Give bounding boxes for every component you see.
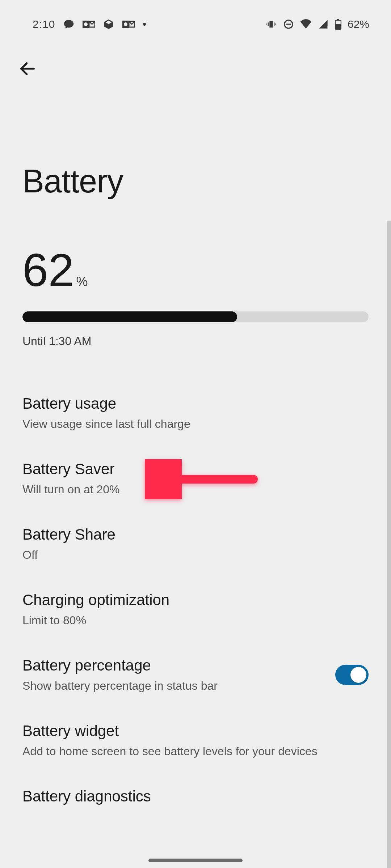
- item-subtitle: View usage since last full charge: [22, 417, 190, 431]
- chat-bubble-icon: [63, 18, 75, 30]
- svg-text:!: !: [327, 25, 328, 29]
- back-button[interactable]: [18, 59, 37, 78]
- item-title: Battery diagnostics: [22, 788, 151, 805]
- status-right: ! 62%: [265, 18, 369, 30]
- item-title: Battery Share: [22, 526, 115, 543]
- battery-percentage-toggle[interactable]: [335, 665, 369, 685]
- percent-sign: %: [76, 274, 88, 289]
- outlook-icon: [122, 19, 135, 29]
- item-title: Charging optimization: [22, 591, 169, 609]
- item-battery-percentage[interactable]: Battery percentage Show battery percenta…: [0, 642, 391, 708]
- battery-until-text: Until 1:30 AM: [0, 322, 391, 348]
- svg-point-5: [124, 22, 127, 26]
- svg-point-2: [84, 22, 88, 26]
- svg-point-6: [143, 23, 146, 26]
- battery-progress-fill: [22, 311, 237, 322]
- do-not-disturb-icon: [283, 19, 294, 30]
- status-left: 2:10: [33, 18, 146, 30]
- home-indicator[interactable]: [148, 859, 243, 862]
- toggle-knob: [350, 667, 366, 683]
- item-battery-saver[interactable]: Battery Saver Will turn on at 20%: [0, 446, 391, 511]
- svg-rect-12: [336, 21, 341, 24]
- status-time: 2:10: [33, 18, 55, 30]
- item-battery-widget[interactable]: Battery widget Add to home screen to see…: [0, 708, 391, 773]
- outlook-icon: [83, 19, 95, 29]
- item-battery-share[interactable]: Battery Share Off: [0, 511, 391, 577]
- battery-icon: [335, 19, 342, 30]
- item-subtitle: Limit to 80%: [22, 614, 169, 627]
- package-icon: [103, 18, 114, 30]
- item-subtitle: Will turn on at 20%: [22, 483, 120, 496]
- battery-percent-text: 62%: [348, 18, 369, 30]
- item-title: Battery Saver: [22, 460, 120, 478]
- top-bar: [0, 30, 391, 80]
- item-title: Battery usage: [22, 395, 190, 412]
- item-charging-optimization[interactable]: Charging optimization Limit to 80%: [0, 577, 391, 642]
- item-battery-usage[interactable]: Battery usage View usage since last full…: [0, 380, 391, 446]
- dot-icon: [143, 22, 146, 26]
- vibrate-icon: [265, 19, 277, 29]
- battery-percent-display: 62 %: [0, 200, 391, 293]
- item-title: Battery widget: [22, 722, 318, 740]
- battery-percent-number: 62: [22, 247, 74, 293]
- battery-progress-bar: [22, 311, 369, 322]
- page-title: Battery: [0, 80, 391, 200]
- item-battery-diagnostics[interactable]: Battery diagnostics: [0, 773, 391, 805]
- item-subtitle: Off: [22, 548, 115, 562]
- item-title: Battery percentage: [22, 657, 218, 674]
- status-bar: 2:10 ! 62%: [0, 0, 391, 30]
- scrollbar[interactable]: [387, 221, 391, 868]
- signal-icon: !: [318, 19, 329, 29]
- svg-rect-11: [337, 19, 339, 20]
- item-subtitle: Show battery percentage in status bar: [22, 679, 218, 693]
- wifi-icon: [300, 19, 312, 29]
- item-subtitle: Add to home screen to see battery levels…: [22, 745, 318, 758]
- settings-list: Battery usage View usage since last full…: [0, 380, 391, 805]
